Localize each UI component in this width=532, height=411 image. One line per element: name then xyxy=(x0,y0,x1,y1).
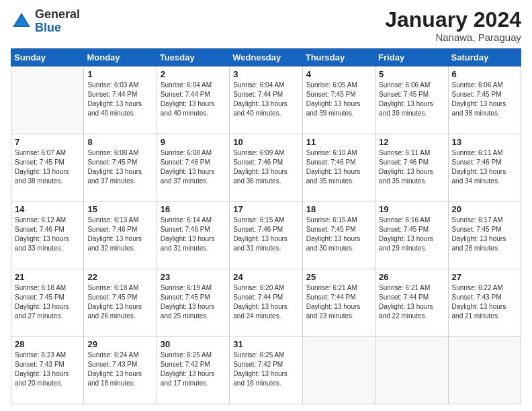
day-number: 11 xyxy=(306,137,371,147)
day-number: 13 xyxy=(452,137,517,147)
week-row-5: 28Sunrise: 6:23 AMSunset: 7:43 PMDayligh… xyxy=(11,336,521,404)
logo-blue: Blue xyxy=(35,21,61,34)
day-cell: 22Sunrise: 6:18 AMSunset: 7:45 PMDayligh… xyxy=(84,269,157,336)
day-info: Sunrise: 6:20 AMSunset: 7:44 PMDaylight:… xyxy=(233,283,298,321)
day-info: Sunrise: 6:21 AMSunset: 7:44 PMDaylight:… xyxy=(379,283,444,321)
day-info: Sunrise: 6:22 AMSunset: 7:43 PMDaylight:… xyxy=(452,283,517,321)
day-cell xyxy=(302,336,375,404)
day-number: 6 xyxy=(452,69,517,79)
day-info: Sunrise: 6:15 AMSunset: 7:45 PMDaylight:… xyxy=(306,216,371,253)
day-cell: 29Sunrise: 6:24 AMSunset: 7:43 PMDayligh… xyxy=(84,336,157,404)
day-info: Sunrise: 6:24 AMSunset: 7:43 PMDaylight:… xyxy=(87,351,152,388)
header-friday: Friday xyxy=(375,49,448,66)
day-number: 27 xyxy=(452,272,517,282)
day-cell: 10Sunrise: 6:09 AMSunset: 7:46 PMDayligh… xyxy=(230,134,302,201)
day-number: 5 xyxy=(379,69,444,79)
day-info: Sunrise: 6:04 AMSunset: 7:44 PMDaylight:… xyxy=(233,81,298,118)
header-sunday: Sunday xyxy=(11,49,84,66)
day-number: 14 xyxy=(15,204,80,214)
day-cell: 9Sunrise: 6:08 AMSunset: 7:46 PMDaylight… xyxy=(157,134,229,201)
day-cell: 19Sunrise: 6:16 AMSunset: 7:45 PMDayligh… xyxy=(375,201,448,269)
logo-icon xyxy=(11,11,32,32)
day-info: Sunrise: 6:09 AMSunset: 7:46 PMDaylight:… xyxy=(233,148,298,186)
day-number: 12 xyxy=(379,137,444,147)
day-cell: 6Sunrise: 6:06 AMSunset: 7:45 PMDaylight… xyxy=(448,66,521,134)
day-number: 9 xyxy=(161,137,226,147)
day-info: Sunrise: 6:15 AMSunset: 7:46 PMDaylight:… xyxy=(233,216,298,253)
day-number: 10 xyxy=(233,137,298,147)
day-number: 19 xyxy=(379,204,444,214)
day-cell: 16Sunrise: 6:14 AMSunset: 7:46 PMDayligh… xyxy=(157,201,229,269)
page: General Blue January 2024 Nanawa, Paragu… xyxy=(0,0,532,411)
day-info: Sunrise: 6:03 AMSunset: 7:44 PMDaylight:… xyxy=(87,81,152,118)
day-cell: 31Sunrise: 6:25 AMSunset: 7:42 PMDayligh… xyxy=(230,336,302,404)
day-number: 18 xyxy=(306,204,371,214)
day-info: Sunrise: 6:14 AMSunset: 7:46 PMDaylight:… xyxy=(161,216,226,253)
day-number: 1 xyxy=(87,69,152,79)
day-info: Sunrise: 6:16 AMSunset: 7:45 PMDaylight:… xyxy=(379,216,444,253)
day-cell: 28Sunrise: 6:23 AMSunset: 7:43 PMDayligh… xyxy=(11,336,84,404)
day-info: Sunrise: 6:11 AMSunset: 7:46 PMDaylight:… xyxy=(379,148,444,186)
day-info: Sunrise: 6:18 AMSunset: 7:45 PMDaylight:… xyxy=(87,283,152,321)
day-cell: 18Sunrise: 6:15 AMSunset: 7:45 PMDayligh… xyxy=(302,201,375,269)
day-cell: 24Sunrise: 6:20 AMSunset: 7:44 PMDayligh… xyxy=(230,269,302,336)
day-cell: 4Sunrise: 6:05 AMSunset: 7:45 PMDaylight… xyxy=(302,66,375,134)
day-number: 2 xyxy=(161,69,226,79)
day-cell: 11Sunrise: 6:10 AMSunset: 7:46 PMDayligh… xyxy=(302,134,375,201)
day-cell: 14Sunrise: 6:12 AMSunset: 7:46 PMDayligh… xyxy=(11,201,84,269)
day-number: 16 xyxy=(161,204,226,214)
day-info: Sunrise: 6:08 AMSunset: 7:45 PMDaylight:… xyxy=(87,148,152,186)
week-row-2: 7Sunrise: 6:07 AMSunset: 7:45 PMDaylight… xyxy=(11,134,521,201)
week-row-4: 21Sunrise: 6:18 AMSunset: 7:45 PMDayligh… xyxy=(11,269,521,336)
day-info: Sunrise: 6:19 AMSunset: 7:45 PMDaylight:… xyxy=(161,283,226,321)
day-cell xyxy=(11,66,84,134)
day-cell: 7Sunrise: 6:07 AMSunset: 7:45 PMDaylight… xyxy=(11,134,84,201)
weekday-header-row: Sunday Monday Tuesday Wednesday Thursday… xyxy=(11,49,521,66)
day-cell: 27Sunrise: 6:22 AMSunset: 7:43 PMDayligh… xyxy=(448,269,521,336)
day-cell: 2Sunrise: 6:04 AMSunset: 7:44 PMDaylight… xyxy=(157,66,229,134)
day-number: 24 xyxy=(233,272,298,282)
day-number: 25 xyxy=(306,272,371,282)
day-cell: 20Sunrise: 6:17 AMSunset: 7:45 PMDayligh… xyxy=(448,201,521,269)
subtitle: Nanawa, Paraguay xyxy=(385,32,521,43)
day-number: 21 xyxy=(15,272,80,282)
day-number: 15 xyxy=(87,204,152,214)
title-block: January 2024 Nanawa, Paraguay xyxy=(385,8,521,43)
day-info: Sunrise: 6:25 AMSunset: 7:42 PMDaylight:… xyxy=(161,351,226,388)
day-cell xyxy=(375,336,448,404)
day-number: 30 xyxy=(161,339,226,349)
day-info: Sunrise: 6:18 AMSunset: 7:45 PMDaylight:… xyxy=(15,283,80,321)
day-info: Sunrise: 6:05 AMSunset: 7:45 PMDaylight:… xyxy=(306,81,371,118)
month-title: January 2024 xyxy=(385,8,521,32)
day-cell: 5Sunrise: 6:06 AMSunset: 7:45 PMDaylight… xyxy=(375,66,448,134)
header: General Blue January 2024 Nanawa, Paragu… xyxy=(11,8,521,43)
logo: General Blue xyxy=(11,8,80,35)
day-number: 29 xyxy=(87,339,152,349)
header-saturday: Saturday xyxy=(448,49,521,66)
day-info: Sunrise: 6:04 AMSunset: 7:44 PMDaylight:… xyxy=(161,81,226,118)
day-cell: 30Sunrise: 6:25 AMSunset: 7:42 PMDayligh… xyxy=(157,336,229,404)
day-number: 28 xyxy=(15,339,80,349)
day-number: 23 xyxy=(161,272,226,282)
day-info: Sunrise: 6:17 AMSunset: 7:45 PMDaylight:… xyxy=(452,216,517,253)
logo-general: General xyxy=(35,7,80,21)
day-info: Sunrise: 6:21 AMSunset: 7:44 PMDaylight:… xyxy=(306,283,371,321)
day-cell: 21Sunrise: 6:18 AMSunset: 7:45 PMDayligh… xyxy=(11,269,84,336)
day-number: 22 xyxy=(87,272,152,282)
day-cell: 12Sunrise: 6:11 AMSunset: 7:46 PMDayligh… xyxy=(375,134,448,201)
day-info: Sunrise: 6:06 AMSunset: 7:45 PMDaylight:… xyxy=(452,81,517,118)
day-cell: 8Sunrise: 6:08 AMSunset: 7:45 PMDaylight… xyxy=(84,134,157,201)
day-cell: 25Sunrise: 6:21 AMSunset: 7:44 PMDayligh… xyxy=(302,269,375,336)
header-monday: Monday xyxy=(84,49,157,66)
day-number: 3 xyxy=(233,69,298,79)
day-number: 17 xyxy=(233,204,298,214)
day-cell: 15Sunrise: 6:13 AMSunset: 7:46 PMDayligh… xyxy=(84,201,157,269)
day-info: Sunrise: 6:12 AMSunset: 7:46 PMDaylight:… xyxy=(15,216,80,253)
day-info: Sunrise: 6:06 AMSunset: 7:45 PMDaylight:… xyxy=(379,81,444,118)
day-cell: 1Sunrise: 6:03 AMSunset: 7:44 PMDaylight… xyxy=(84,66,157,134)
day-info: Sunrise: 6:23 AMSunset: 7:43 PMDaylight:… xyxy=(15,351,80,388)
day-number: 26 xyxy=(379,272,444,282)
week-row-1: 1Sunrise: 6:03 AMSunset: 7:44 PMDaylight… xyxy=(11,66,521,134)
header-tuesday: Tuesday xyxy=(157,49,229,66)
header-wednesday: Wednesday xyxy=(230,49,302,66)
